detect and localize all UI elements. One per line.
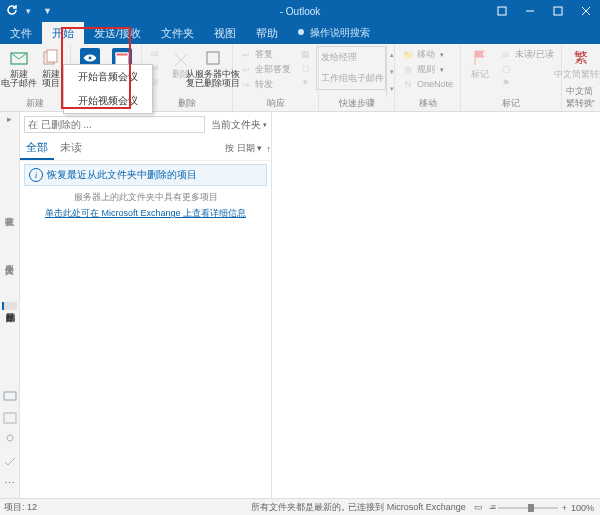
chat-icon: ◻ — [299, 62, 311, 74]
categorize-button[interactable]: ▢ — [497, 62, 557, 76]
cnconvert-button[interactable]: 繁 中文简繁转换 — [566, 46, 596, 86]
maximize-icon[interactable] — [544, 0, 572, 22]
folder-search-input[interactable] — [24, 116, 205, 133]
group-move: 📁移动▾ ⚙规则▾ NOneNote 移动 — [395, 44, 461, 111]
qat-dropdown-icon[interactable]: ▾ — [22, 6, 35, 16]
move-button[interactable]: 📁移动▾ — [399, 47, 456, 62]
ignore-button[interactable]: ✉ — [146, 47, 164, 61]
rail-item[interactable]: 公用文件夹 — [3, 254, 16, 262]
reply-all-button[interactable]: ↩全部答复 — [237, 62, 294, 77]
group-label: 移动 — [419, 97, 437, 111]
reply-button[interactable]: ↩答复 — [237, 47, 294, 62]
new-items-button[interactable]: 新建 项目 — [36, 46, 66, 97]
rail-item-selected[interactable]: 已删除邮件 — [2, 302, 17, 310]
close-icon[interactable] — [572, 0, 600, 22]
recover-from-server-button[interactable]: 从服务器中恢 复已删除项目 — [198, 46, 228, 97]
collapse-ribbon-icon[interactable]: ˄ — [591, 99, 596, 109]
quickstep-item[interactable]: 工作组电子邮件 — [317, 68, 385, 89]
tasks-icon[interactable] — [3, 455, 17, 469]
calendar-icon: ▦ — [299, 48, 311, 60]
delete-icon — [171, 48, 191, 68]
group-delete: ✉ ✉ ⊘ 删除 从服务器中恢 复已删除项目 删除 — [142, 44, 233, 111]
status-sync: 所有文件夹都是最新的。 — [251, 501, 350, 514]
rules-icon: ⚙ — [402, 64, 414, 76]
zoom-slider[interactable] — [498, 507, 558, 509]
titlebar: ▾ ▼ - Outlook — [0, 0, 600, 22]
rules-button[interactable]: ⚙规则▾ — [399, 62, 456, 77]
mail-icon[interactable] — [3, 389, 17, 403]
unread-icon: ✉ — [500, 49, 512, 61]
tab-file[interactable]: 文件 — [0, 22, 42, 44]
quicksteps-gallery[interactable]: 发给经理 工作组电子邮件 — [316, 46, 386, 90]
quick-meeting-menu: 开始音频会议 开始视频会议 — [63, 64, 153, 114]
search-scope-dropdown[interactable]: 当前文件夹 — [209, 114, 269, 135]
svg-rect-18 — [4, 413, 16, 423]
reading-pane — [272, 112, 600, 498]
tell-me-search[interactable]: 操作说明搜索 — [288, 22, 370, 44]
group-label: 标记 — [502, 97, 520, 111]
people-icon[interactable] — [3, 433, 17, 447]
recover-icon — [203, 48, 223, 68]
view-on-exchange-link[interactable]: 单击此处可在 Microsoft Exchange 上查看详细信息 — [20, 206, 271, 221]
status-connection: 已连接到 Microsoft Exchange — [348, 501, 466, 514]
followup-button[interactable]: ⚑ — [497, 76, 557, 90]
start-video-meeting[interactable]: 开始视频会议 — [64, 89, 152, 113]
new-email-button[interactable]: 新建 电子邮件 — [4, 46, 34, 97]
group-quicksteps: 发给经理 工作组电子邮件 ▴ ▾ ▾ 快速步骤 — [319, 44, 395, 111]
rail-chevron-icon[interactable]: ▸ — [0, 112, 19, 126]
svg-point-19 — [7, 435, 13, 441]
start-audio-meeting[interactable]: 开始音频会议 — [64, 65, 152, 89]
more-nav-icon[interactable]: ⋯ — [4, 477, 15, 490]
sort-direction-icon[interactable]: ↑ — [267, 144, 272, 154]
forward-button[interactable]: ↪转发 — [237, 77, 294, 92]
filter-all-tab[interactable]: 全部 — [20, 137, 54, 160]
calendar-icon[interactable] — [3, 411, 17, 425]
more-respond-button[interactable]: ▾ — [296, 75, 314, 89]
svg-rect-17 — [4, 392, 16, 400]
tab-view[interactable]: 视图 — [204, 22, 246, 44]
filter-unread-tab[interactable]: 未读 — [54, 137, 88, 160]
info-icon: i — [29, 168, 43, 182]
meeting-reply-button[interactable]: ▦ — [296, 47, 314, 61]
banner-text: 恢复最近从此文件夹中删除的项目 — [47, 168, 197, 182]
view-toggle-icon[interactable]: ▭ — [474, 502, 483, 512]
ribbon-tabs: 文件 开始 发送/接收 文件夹 视图 帮助 操作说明搜索 — [0, 22, 600, 44]
svg-rect-2 — [554, 7, 562, 15]
group-label: 快速步骤 — [339, 97, 375, 111]
group-label: 响应 — [267, 97, 285, 111]
svg-rect-12 — [207, 52, 219, 64]
recover-deleted-banner[interactable]: i 恢复最近从此文件夹中删除的项目 — [24, 164, 267, 186]
zoom-in-icon[interactable]: + — [562, 503, 567, 513]
move-icon: 📁 — [402, 49, 414, 61]
followup-icon: ⚑ — [500, 77, 512, 89]
zoom-out-icon[interactable]: − — [488, 503, 493, 513]
lightbulb-icon — [296, 28, 306, 38]
ignore-icon: ✉ — [149, 48, 161, 60]
message-list-pane: 当前文件夹 全部 未读 按 日期 ▾ ↑ i 恢复最近从此文件夹中删除的项目 服… — [20, 112, 272, 498]
sort-dropdown[interactable]: 按 日期 ▾ ↑ — [225, 137, 271, 160]
quickstep-item[interactable]: 发给经理 — [317, 47, 385, 68]
tab-folder[interactable]: 文件夹 — [151, 22, 204, 44]
im-reply-button[interactable]: ◻ — [296, 61, 314, 75]
sync-icon[interactable] — [6, 4, 18, 18]
group-label: 删除 — [178, 97, 196, 111]
onenote-button[interactable]: NOneNote — [399, 77, 456, 91]
onenote-icon: N — [402, 78, 414, 90]
rail-item[interactable]: 收藏夹 — [3, 206, 16, 214]
unread-read-button[interactable]: ✉未读/已读 — [497, 47, 557, 62]
category-icon: ▢ — [500, 63, 512, 75]
svg-rect-0 — [498, 7, 506, 15]
tell-me-label: 操作说明搜索 — [310, 26, 370, 40]
tag-button[interactable]: 标记 — [465, 46, 495, 97]
status-item-count: 项目: 12 — [4, 501, 37, 514]
tab-help[interactable]: 帮助 — [246, 22, 288, 44]
content-area: ▸ 收藏夹 公用文件夹 已删除邮件 ⋯ 当前文件夹 全部 未读 按 日期 ▾ ↑ — [0, 112, 600, 498]
group-label: 新建 — [26, 97, 44, 111]
new-items-icon — [41, 48, 61, 68]
ribbon-mode-icon[interactable] — [488, 0, 516, 22]
tab-start[interactable]: 开始 — [42, 22, 84, 44]
qat-customize-icon[interactable]: ▼ — [39, 6, 56, 16]
tab-sendrecv[interactable]: 发送/接收 — [84, 22, 151, 44]
minimize-icon[interactable] — [516, 0, 544, 22]
svg-rect-8 — [47, 50, 57, 62]
